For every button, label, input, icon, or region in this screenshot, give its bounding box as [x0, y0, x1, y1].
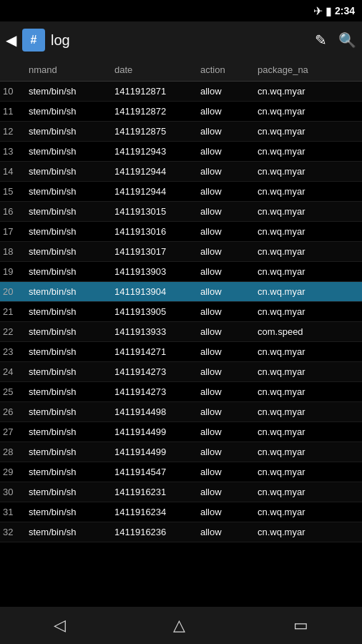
cell-action: allow — [197, 326, 255, 337]
table-row[interactable]: 23 stem/bin/sh 1411914271 allow cn.wq.my… — [0, 342, 362, 362]
cell-command: stem/bin/sh — [26, 406, 112, 417]
table-row[interactable]: 26 stem/bin/sh 1411914498 allow cn.wq.my… — [0, 402, 362, 422]
cell-num: 25 — [0, 386, 26, 397]
cell-package: cn.wq.myar — [255, 306, 362, 317]
top-bar: ◀ # log ✎ 🔍 — [0, 21, 362, 59]
table-row[interactable]: 25 stem/bin/sh 1411914273 allow cn.wq.my… — [0, 382, 362, 402]
table-row[interactable]: 11 stem/bin/sh 1411912872 allow cn.wq.my… — [0, 102, 362, 122]
cell-package: cn.wq.myar — [255, 386, 362, 397]
cell-package: cn.wq.myar — [255, 206, 362, 217]
table-row[interactable]: 16 stem/bin/sh 1411913015 allow cn.wq.my… — [0, 202, 362, 222]
cell-command: stem/bin/sh — [26, 326, 112, 337]
nav-back-button[interactable]: ◁ — [54, 616, 66, 635]
table-row[interactable]: 15 stem/bin/sh 1411912944 allow cn.wq.my… — [0, 182, 362, 202]
cell-action: allow — [197, 126, 255, 137]
cell-date: 1411914499 — [112, 447, 197, 457]
cell-num: 29 — [0, 467, 26, 477]
cell-action: allow — [197, 527, 255, 537]
battery-icon: ▮ — [326, 4, 332, 18]
cell-package: cn.wq.myar — [255, 366, 362, 377]
cell-action: allow — [197, 467, 255, 477]
table-body: 10 stem/bin/sh 1411912871 allow cn.wq.my… — [0, 82, 362, 607]
cell-package: cn.wq.myar — [255, 346, 362, 357]
table-row[interactable]: 32 stem/bin/sh 1411916236 allow cn.wq.my… — [0, 522, 362, 542]
cell-package: cn.wq.myar — [255, 126, 362, 137]
cell-date: 1411914498 — [112, 406, 197, 417]
table-row[interactable]: 13 stem/bin/sh 1411912943 allow cn.wq.my… — [0, 142, 362, 162]
cell-command: stem/bin/sh — [26, 226, 112, 237]
cell-command: stem/bin/sh — [26, 286, 112, 297]
table-row[interactable]: 30 stem/bin/sh 1411916231 allow cn.wq.my… — [0, 482, 362, 502]
table-row[interactable]: 17 stem/bin/sh 1411913016 allow cn.wq.my… — [0, 222, 362, 242]
cell-command: stem/bin/sh — [26, 206, 112, 217]
table-row[interactable]: 14 stem/bin/sh 1411912944 allow cn.wq.my… — [0, 162, 362, 182]
table-row[interactable]: 21 stem/bin/sh 1411913905 allow cn.wq.my… — [0, 302, 362, 322]
cell-num: 26 — [0, 406, 26, 417]
cell-num: 15 — [0, 186, 26, 197]
cell-command: stem/bin/sh — [26, 346, 112, 357]
cell-package: cn.wq.myar — [255, 467, 362, 477]
cell-date: 1411916236 — [112, 527, 197, 537]
cell-package: cn.wq.myar — [255, 86, 362, 97]
table-row[interactable]: 24 stem/bin/sh 1411914273 allow cn.wq.my… — [0, 362, 362, 382]
table-row[interactable]: 29 stem/bin/sh 1411914547 allow cn.wq.my… — [0, 462, 362, 482]
cell-command: stem/bin/sh — [26, 527, 112, 537]
cell-command: stem/bin/sh — [26, 106, 112, 117]
cell-num: 20 — [0, 286, 26, 297]
cell-date: 1411912872 — [112, 106, 197, 117]
cell-action: allow — [197, 226, 255, 237]
cell-action: allow — [197, 507, 255, 517]
cell-package: cn.wq.myar — [255, 447, 362, 457]
table-row[interactable]: 20 stem/bin/sh 1411913904 allow cn.wq.my… — [0, 282, 362, 302]
cell-num: 30 — [0, 487, 26, 497]
cell-num: 22 — [0, 326, 26, 337]
nav-home-button[interactable]: △ — [173, 616, 185, 635]
cell-date: 1411912875 — [112, 126, 197, 137]
cell-action: allow — [197, 286, 255, 297]
cell-num: 10 — [0, 86, 26, 97]
table-row[interactable]: 27 stem/bin/sh 1411914499 allow cn.wq.my… — [0, 422, 362, 442]
table-row[interactable]: 22 stem/bin/sh 1411913933 allow com.spee… — [0, 322, 362, 342]
cell-package: cn.wq.myar — [255, 106, 362, 117]
table-row[interactable]: 18 stem/bin/sh 1411913017 allow cn.wq.my… — [0, 242, 362, 262]
edit-icon[interactable]: ✎ — [315, 31, 327, 49]
cell-package: cn.wq.myar — [255, 426, 362, 437]
table-row[interactable]: 31 stem/bin/sh 1411916234 allow cn.wq.my… — [0, 502, 362, 522]
col-header-command: nmand — [26, 64, 112, 75]
cell-date: 1411914547 — [112, 467, 197, 477]
cell-package: cn.wq.myar — [255, 146, 362, 157]
table-row[interactable]: 12 stem/bin/sh 1411912875 allow cn.wq.my… — [0, 122, 362, 142]
cell-action: allow — [197, 106, 255, 117]
search-icon[interactable]: 🔍 — [338, 31, 356, 49]
table-row[interactable]: 19 stem/bin/sh 1411913903 allow cn.wq.my… — [0, 262, 362, 282]
top-bar-actions: ✎ 🔍 — [315, 31, 356, 49]
status-bar: ✈ ▮ 2:34 — [0, 0, 362, 21]
cell-date: 1411913903 — [112, 266, 197, 277]
cell-package: cn.wq.myar — [255, 286, 362, 297]
cell-action: allow — [197, 366, 255, 377]
cell-command: stem/bin/sh — [26, 487, 112, 497]
cell-date: 1411914271 — [112, 346, 197, 357]
nav-recent-button[interactable]: ▭ — [293, 616, 308, 635]
cell-action: allow — [197, 487, 255, 497]
cell-command: stem/bin/sh — [26, 126, 112, 137]
cell-command: stem/bin/sh — [26, 266, 112, 277]
cell-action: allow — [197, 447, 255, 457]
cell-command: stem/bin/sh — [26, 246, 112, 257]
cell-num: 17 — [0, 226, 26, 237]
cell-num: 12 — [0, 126, 26, 137]
table-row[interactable]: 28 stem/bin/sh 1411914499 allow cn.wq.my… — [0, 442, 362, 462]
status-icons: ✈ ▮ 2:34 — [313, 4, 355, 18]
cell-action: allow — [197, 426, 255, 437]
table-row[interactable]: 10 stem/bin/sh 1411912871 allow cn.wq.my… — [0, 82, 362, 102]
cell-command: stem/bin/sh — [26, 426, 112, 437]
cell-command: stem/bin/sh — [26, 447, 112, 457]
cell-num: 21 — [0, 306, 26, 317]
cell-command: stem/bin/sh — [26, 507, 112, 517]
back-button[interactable]: ◀ — [6, 31, 16, 49]
col-header-action: action — [197, 64, 255, 75]
cell-package: com.speed — [255, 326, 362, 337]
cell-num: 24 — [0, 366, 26, 377]
cell-num: 23 — [0, 346, 26, 357]
cell-num: 18 — [0, 246, 26, 257]
